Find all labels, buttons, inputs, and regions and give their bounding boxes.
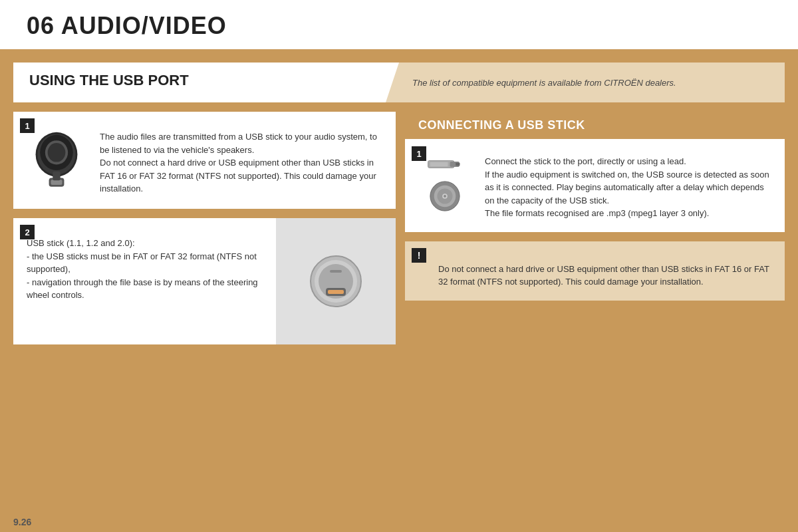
card-number-right-1: 1: [412, 146, 426, 161]
card-number-1: 1: [20, 118, 35, 133]
warning-text: Do not connect a hard drive or USB equip…: [438, 263, 771, 289]
usb-port-icon: [30, 130, 83, 197]
card2-left-content: 2 USB stick (1.1, 1.2 and 2.0):- the USB…: [13, 218, 276, 344]
svg-rect-12: [328, 290, 344, 294]
card-number-2: 2: [20, 225, 35, 239]
connecting-header: CONNECTING A USB STICK: [405, 112, 785, 139]
page-footer: 9.26: [0, 512, 798, 532]
usb-port-photo-area: [276, 218, 396, 344]
exclamation-mark: !: [412, 248, 426, 263]
svg-rect-13: [330, 270, 342, 273]
card2-left-text: USB stick (1.1, 1.2 and 2.0):- the USB s…: [27, 237, 263, 302]
svg-rect-6: [51, 180, 62, 185]
card1-right-content: Connect the stick to the port, directly …: [418, 148, 771, 220]
two-column-layout: 1: [13, 112, 785, 344]
usb-port-detail-icon: [306, 251, 366, 311]
section-info-area: The list of compatible equipment is avai…: [386, 63, 785, 102]
page-number: 9.26: [13, 517, 31, 527]
card1-left-text: The audio files are transmitted from a U…: [100, 130, 382, 196]
svg-point-22: [444, 195, 446, 198]
card1-right-text: Connect the stick to the port, directly …: [485, 155, 771, 220]
svg-rect-17: [456, 163, 460, 166]
cd-disc-icon: [429, 180, 461, 212]
card-connecting-usb: CONNECTING A USB STICK 1: [405, 112, 785, 232]
usb-port-image: [27, 130, 86, 197]
card-usb-specs: 2 USB stick (1.1, 1.2 and 2.0):- the USB…: [13, 218, 396, 344]
card-warning: ! Do not connect a hard drive or USB equ…: [405, 241, 785, 301]
svg-rect-7: [53, 172, 60, 180]
section-header-bar: USING THE USB PORT The list of compatibl…: [13, 63, 785, 102]
section-title-area: USING THE USB PORT: [13, 63, 386, 102]
usb-stick-icon: [427, 155, 464, 174]
usb-illustrations: [418, 155, 471, 212]
right-column: CONNECTING A USB STICK 1: [405, 112, 785, 344]
connecting-title: CONNECTING A USB STICK: [418, 118, 585, 132]
card-usb-intro: 1: [13, 112, 396, 209]
page-header: 06 AUDIO/VIDEO: [0, 0, 798, 52]
section-title: USING THE USB PORT: [29, 72, 189, 88]
svg-point-4: [48, 143, 66, 162]
chapter-title: 06 AUDIO/VIDEO: [27, 12, 771, 40]
svg-rect-16: [430, 162, 448, 166]
card1-content: The audio files are transmitted from a U…: [27, 124, 382, 197]
main-content: USING THE USB PORT The list of compatibl…: [0, 52, 798, 355]
left-column: 1: [13, 112, 396, 344]
section-info-text: The list of compatible equipment is avai…: [412, 78, 676, 88]
